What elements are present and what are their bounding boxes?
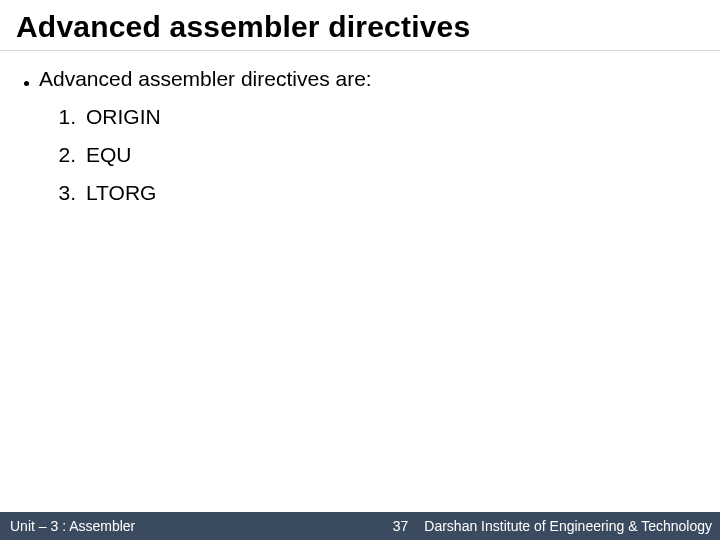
- list-number: 1.: [56, 105, 76, 129]
- footer-unit: Unit – 3 : Assembler: [0, 518, 135, 534]
- footer-institute: Darshan Institute of Engineering & Techn…: [424, 518, 720, 534]
- list-number: 3.: [56, 181, 76, 205]
- list-item: 2. EQU: [56, 143, 696, 167]
- bullet-text: Advanced assembler directives are:: [39, 67, 372, 91]
- numbered-list: 1. ORIGIN 2. EQU 3. LTORG: [24, 105, 696, 205]
- list-label: EQU: [86, 143, 132, 167]
- bullet-dot-icon: [24, 81, 29, 86]
- slide-title: Advanced assembler directives: [16, 10, 704, 44]
- list-number: 2.: [56, 143, 76, 167]
- list-label: ORIGIN: [86, 105, 161, 129]
- bullet-item: Advanced assembler directives are:: [24, 67, 696, 91]
- footer-page-number: 37: [377, 518, 425, 534]
- list-item: 3. LTORG: [56, 181, 696, 205]
- slide: Advanced assembler directives Advanced a…: [0, 0, 720, 540]
- title-area: Advanced assembler directives: [0, 0, 720, 51]
- slide-body: Advanced assembler directives are: 1. OR…: [0, 51, 720, 205]
- slide-footer: Unit – 3 : Assembler 37 Darshan Institut…: [0, 512, 720, 540]
- list-item: 1. ORIGIN: [56, 105, 696, 129]
- list-label: LTORG: [86, 181, 156, 205]
